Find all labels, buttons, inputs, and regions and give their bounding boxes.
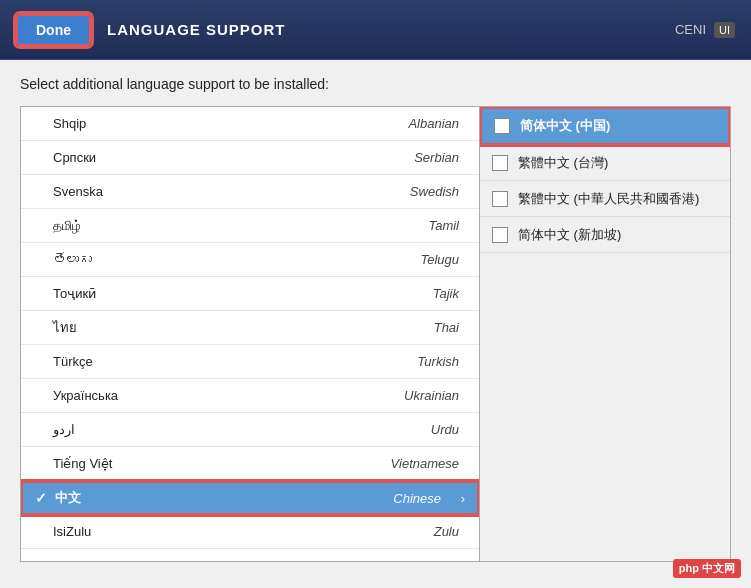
main-content: Select additional language support to be… (0, 60, 751, 588)
language-row[interactable]: தமிழ்Tamil (21, 209, 479, 243)
variant-label: 繁體中文 (台灣) (518, 154, 608, 172)
keyboard-icon: UI (714, 22, 735, 38)
lang-native: اردو (53, 422, 256, 437)
lang-native: తెలుగు (53, 252, 256, 267)
done-button[interactable]: Done (16, 14, 91, 46)
language-list-panel[interactable]: ShqipAlbanianСрпскиSerbianSvenskaSwedish… (20, 106, 480, 562)
variant-checkbox[interactable] (492, 227, 508, 243)
lang-native: Tiếng Việt (53, 456, 256, 471)
lang-english: Swedish (256, 184, 467, 199)
language-row[interactable]: ShqipAlbanian (21, 107, 479, 141)
header-right-label: CENI (675, 22, 706, 37)
language-row[interactable]: తెలుగుTelugu (21, 243, 479, 277)
lang-english: Albanian (256, 116, 467, 131)
language-row[interactable]: SvenskaSwedish (21, 175, 479, 209)
lang-native: Тоҷикӣ (53, 286, 256, 301)
variant-label: 繁體中文 (中華人民共和國香港) (518, 190, 699, 208)
language-row[interactable]: УкраїнськаUkrainian (21, 379, 479, 413)
lang-native: Türkçe (53, 354, 256, 369)
lang-english: Telugu (256, 252, 467, 267)
variant-label: 简体中文 (中国) (520, 117, 610, 135)
panels: ShqipAlbanianСрпскиSerbianSvenskaSwedish… (20, 106, 731, 562)
lang-checkmark: ✓ (35, 490, 55, 506)
lang-native: Українська (53, 388, 256, 403)
php-watermark: php 中文网 (673, 559, 741, 578)
language-row[interactable]: ТоҷикӣTajik (21, 277, 479, 311)
lang-english: Thai (256, 320, 467, 335)
variant-label: 简体中文 (新加坡) (518, 226, 621, 244)
lang-native: Српски (53, 150, 256, 165)
header-title: LANGUAGE SUPPORT (107, 21, 675, 38)
lang-english: Vietnamese (256, 456, 467, 471)
lang-native: தமிழ் (53, 218, 256, 234)
language-row[interactable]: اردوUrdu (21, 413, 479, 447)
right-panel[interactable]: ✓简体中文 (中国)繁體中文 (台灣)繁體中文 (中華人民共和國香港)简体中文 … (480, 106, 731, 562)
lang-native: Svenska (53, 184, 256, 199)
lang-native: IsiZulu (53, 524, 256, 539)
variant-checkbox[interactable]: ✓ (494, 118, 510, 134)
variant-row[interactable]: 繁體中文 (台灣) (480, 145, 730, 181)
header-bar: Done LANGUAGE SUPPORT CENI UI (0, 0, 751, 60)
header-right: CENI UI (675, 22, 735, 38)
variant-row[interactable]: 简体中文 (新加坡) (480, 217, 730, 253)
language-row[interactable]: СрпскиSerbian (21, 141, 479, 175)
variant-row[interactable]: 繁體中文 (中華人民共和國香港) (480, 181, 730, 217)
lang-native: Shqip (53, 116, 256, 131)
language-row[interactable]: ✓中文Chinese› (21, 481, 479, 515)
lang-english: Serbian (256, 150, 467, 165)
lang-english: Tamil (256, 218, 467, 233)
variant-checkbox[interactable] (492, 191, 508, 207)
language-row[interactable]: TürkçeTurkish (21, 345, 479, 379)
lang-arrow: › (449, 491, 465, 506)
lang-english: Chinese (248, 491, 449, 506)
lang-english: Urdu (256, 422, 467, 437)
lang-english: Turkish (256, 354, 467, 369)
lang-english: Zulu (256, 524, 467, 539)
lang-english: Ukrainian (256, 388, 467, 403)
lang-native: 中文 (55, 489, 248, 507)
lang-english: Tajik (256, 286, 467, 301)
variant-checkbox[interactable] (492, 155, 508, 171)
lang-native: ไทย (53, 317, 256, 338)
language-row[interactable]: Tiếng ViệtVietnamese (21, 447, 479, 481)
instruction-text: Select additional language support to be… (20, 76, 731, 92)
language-row[interactable]: IsiZuluZulu (21, 515, 479, 549)
variant-row[interactable]: ✓简体中文 (中国) (480, 107, 730, 145)
language-row[interactable]: ไทยThai (21, 311, 479, 345)
